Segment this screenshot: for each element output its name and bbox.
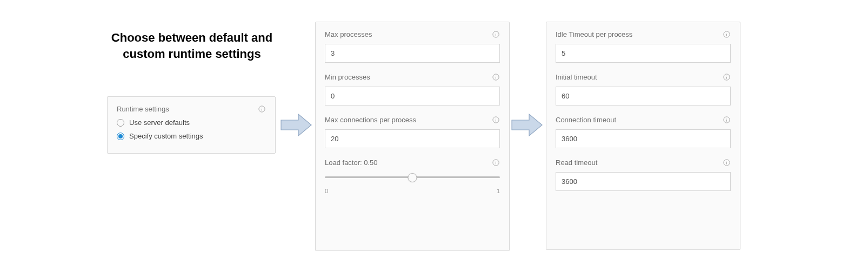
radio-specify-custom-settings[interactable]: Specify custom settings <box>117 132 266 140</box>
idle-timeout-label: Idle Timeout per process <box>556 30 632 38</box>
svg-point-21 <box>726 76 727 76</box>
info-icon[interactable] <box>492 30 500 38</box>
info-icon[interactable] <box>258 105 266 113</box>
radio-icon <box>117 133 124 140</box>
arrow-icon <box>280 112 313 140</box>
slider-thumb[interactable] <box>408 173 417 182</box>
read-timeout-label: Read timeout <box>556 159 597 167</box>
runtime-settings-title: Runtime settings <box>117 105 169 113</box>
max-processes-label: Max processes <box>325 30 372 38</box>
arrow-icon <box>511 112 544 140</box>
svg-point-11 <box>496 118 496 119</box>
svg-point-27 <box>726 161 727 162</box>
connection-timeout-input[interactable] <box>556 129 731 148</box>
svg-marker-3 <box>281 114 311 136</box>
info-icon[interactable] <box>723 159 731 167</box>
radio-use-server-defaults[interactable]: Use server defaults <box>117 118 266 127</box>
min-processes-input[interactable] <box>325 87 500 105</box>
svg-point-5 <box>496 33 496 34</box>
timeouts-panel: Idle Timeout per process Initial timeout… <box>546 22 740 250</box>
info-icon[interactable] <box>723 30 731 38</box>
radio-icon <box>117 119 124 127</box>
runtime-settings-panel: Runtime settings Use server defaults Spe… <box>107 96 276 154</box>
svg-point-8 <box>496 76 496 76</box>
svg-point-14 <box>496 161 496 162</box>
initial-timeout-input[interactable] <box>556 87 731 105</box>
max-conn-input[interactable] <box>325 129 500 148</box>
idle-timeout-input[interactable] <box>556 44 731 63</box>
processes-panel: Max processes Min processes Max connecti… <box>315 22 510 251</box>
connection-timeout-label: Connection timeout <box>556 116 616 124</box>
radio-label: Specify custom settings <box>129 132 203 140</box>
svg-marker-16 <box>512 114 542 136</box>
slider-max-label: 1 <box>497 188 500 194</box>
slider-min-label: 0 <box>325 188 328 194</box>
info-icon[interactable] <box>492 73 500 81</box>
runtime-radio-group: Use server defaults Specify custom setti… <box>117 118 266 140</box>
svg-point-18 <box>726 33 727 34</box>
load-factor-slider[interactable] <box>325 172 500 183</box>
load-factor-label: Load factor: 0.50 <box>325 159 378 167</box>
svg-point-1 <box>262 108 262 108</box>
section-heading: Choose between default and custom runtim… <box>111 30 273 62</box>
max-processes-input[interactable] <box>325 44 500 63</box>
info-icon[interactable] <box>492 159 500 167</box>
info-icon[interactable] <box>492 116 500 124</box>
info-icon[interactable] <box>723 116 731 124</box>
max-conn-label: Max connections per process <box>325 116 416 124</box>
info-icon[interactable] <box>723 73 731 81</box>
read-timeout-input[interactable] <box>556 172 731 191</box>
svg-point-24 <box>726 118 727 119</box>
initial-timeout-label: Initial timeout <box>556 73 597 81</box>
radio-label: Use server defaults <box>129 118 190 127</box>
min-processes-label: Min processes <box>325 73 370 81</box>
